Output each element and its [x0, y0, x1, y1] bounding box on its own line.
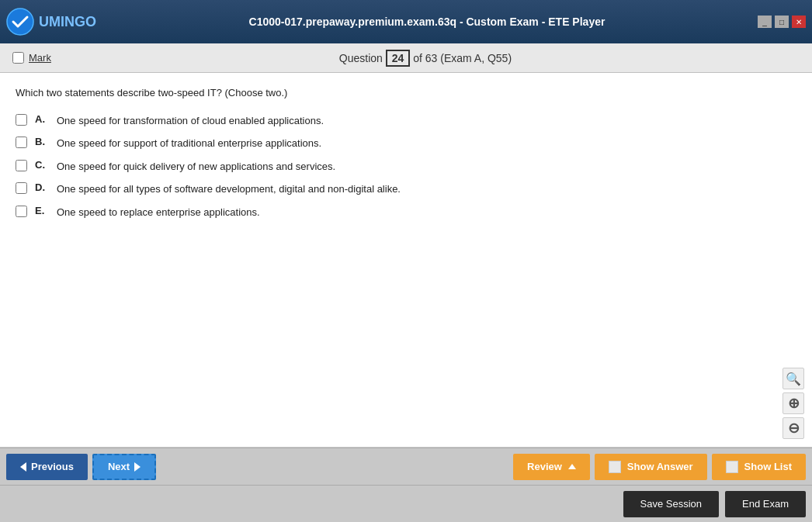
question-total: of 63 (Exam A, Q55) — [413, 52, 512, 64]
option-b: B. One speed for support of traditional … — [16, 136, 796, 151]
option-c-label: C. — [35, 159, 49, 171]
checkbox-a[interactable] — [16, 114, 27, 126]
logo: UMINGO — [6, 8, 96, 36]
option-a-label: A. — [35, 113, 49, 125]
nav-bar: Previous Next Review Show Answer Show Li… — [0, 448, 812, 485]
option-e-label: E. — [35, 205, 49, 216]
option-d-label: D. — [35, 181, 49, 193]
option-d: D. One speed for all types of software d… — [16, 181, 796, 197]
option-a: A. One speed for transformation of cloud… — [16, 113, 796, 129]
next-chevron-icon — [134, 462, 141, 472]
vumingo-logo — [6, 8, 34, 36]
option-d-text: One speed for all types of software deve… — [57, 181, 401, 197]
action-bar: Save Session End Exam — [0, 485, 812, 522]
next-label: Next — [108, 461, 130, 472]
show-answer-label: Show Answer — [627, 461, 693, 472]
option-c: C. One speed for quick delivery of new a… — [16, 159, 796, 175]
show-list-button[interactable]: Show List — [712, 454, 806, 480]
save-label: Save Session — [640, 498, 703, 510]
review-label: Review — [527, 461, 562, 472]
next-button[interactable]: Next — [92, 454, 156, 480]
option-a-text: One speed for transformation of cloud en… — [57, 113, 324, 129]
logo-text: UMINGO — [39, 14, 96, 30]
window-title: C1000-017.prepaway.premium.exam.63q - Cu… — [96, 16, 758, 28]
minimize-button[interactable]: _ — [758, 16, 772, 28]
previous-label: Previous — [31, 461, 74, 472]
checkbox-e[interactable] — [16, 206, 27, 217]
question-label: Question — [339, 52, 383, 64]
option-e-text: One speed to replace enterprise applicat… — [57, 205, 260, 220]
end-label: End Exam — [742, 498, 789, 510]
mark-label: Mark — [29, 52, 51, 64]
save-session-button[interactable]: Save Session — [623, 491, 720, 517]
end-exam-button[interactable]: End Exam — [725, 491, 806, 517]
mark-checkbox-input[interactable] — [12, 52, 24, 64]
review-button[interactable]: Review — [513, 454, 590, 480]
title-bar: UMINGO C1000-017.prepaway.premium.exam.6… — [0, 0, 812, 43]
question-info: Question 24 of 63 (Exam A, Q55) — [51, 50, 800, 67]
option-e: E. One speed to replace enterprise appli… — [16, 205, 796, 220]
search-button[interactable]: 🔍 — [783, 368, 804, 389]
checkbox-b[interactable] — [16, 137, 27, 148]
previous-button[interactable]: Previous — [6, 454, 88, 480]
checkbox-c[interactable] — [16, 160, 27, 171]
zoom-in-button[interactable]: ⊕ — [783, 392, 804, 414]
show-list-label: Show List — [744, 461, 792, 472]
question-number: 24 — [386, 50, 411, 67]
svg-point-0 — [7, 9, 33, 35]
close-button[interactable]: ✕ — [792, 16, 806, 28]
zoom-controls: 🔍 ⊕ ⊖ — [783, 368, 804, 439]
question-text: Which two statements describe two-speed … — [16, 85, 796, 101]
option-c-text: One speed for quick delivery of new appl… — [57, 159, 335, 175]
checkbox-d[interactable] — [16, 182, 27, 194]
main-content: Which two statements describe two-speed … — [0, 73, 812, 448]
show-answer-button[interactable]: Show Answer — [595, 454, 707, 480]
maximize-button[interactable]: □ — [775, 16, 789, 28]
option-b-label: B. — [35, 136, 49, 147]
window-controls: _ □ ✕ — [758, 16, 806, 28]
show-answer-icon — [609, 461, 621, 473]
mark-checkbox[interactable]: Mark — [12, 52, 51, 64]
header-bar: Mark Question 24 of 63 (Exam A, Q55) — [0, 43, 812, 73]
review-chevron-icon — [568, 464, 576, 469]
show-list-icon — [726, 461, 738, 473]
zoom-out-button[interactable]: ⊖ — [783, 417, 804, 439]
option-b-text: One speed for support of traditional ent… — [57, 136, 321, 151]
prev-chevron-icon — [20, 462, 26, 472]
